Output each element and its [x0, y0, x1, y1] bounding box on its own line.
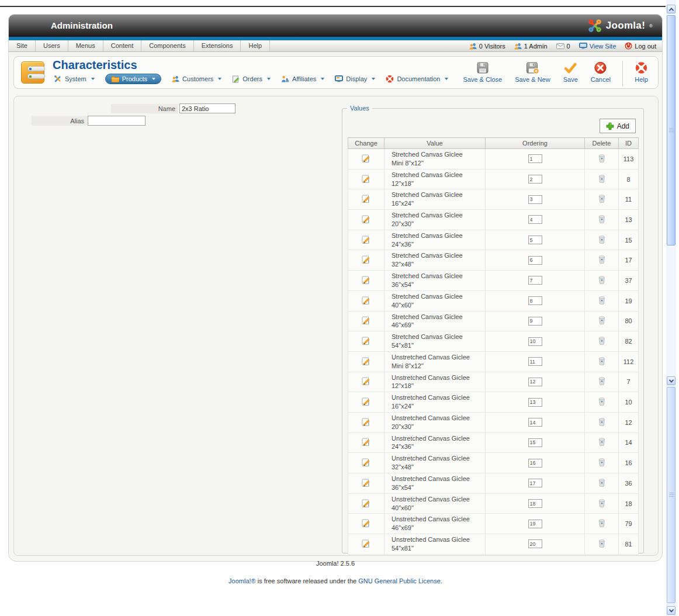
trash-icon[interactable]	[598, 276, 605, 284]
ordering-input[interactable]	[528, 337, 542, 346]
trash-icon[interactable]	[598, 438, 605, 446]
ordering-input[interactable]	[528, 438, 542, 447]
trash-icon[interactable]	[598, 215, 605, 223]
ordering-input[interactable]	[528, 276, 542, 285]
trash-icon[interactable]	[598, 357, 605, 365]
ordering-cell	[486, 372, 585, 392]
cancel-label: Cancel	[591, 76, 611, 83]
trash-icon[interactable]	[598, 175, 605, 183]
component-menu-customers[interactable]: Customers	[172, 75, 221, 82]
menu-site[interactable]: Site	[9, 40, 36, 51]
trash-icon[interactable]	[598, 458, 605, 466]
joomla-license-link[interactable]: Joomla!®	[228, 577, 256, 584]
edit-icon[interactable]	[362, 397, 370, 406]
edit-icon[interactable]	[362, 255, 370, 264]
ordering-input[interactable]	[528, 154, 542, 163]
save-button[interactable]: Save	[557, 59, 584, 83]
ordering-input[interactable]	[528, 215, 542, 224]
edit-icon[interactable]	[362, 437, 370, 447]
trash-icon[interactable]	[598, 316, 605, 324]
scrollbar[interactable]	[666, 0, 676, 616]
ordering-input[interactable]	[528, 357, 542, 366]
trash-icon[interactable]	[598, 154, 605, 162]
trash-icon[interactable]	[598, 195, 605, 203]
scroll-up-button[interactable]	[667, 5, 675, 13]
edit-icon[interactable]	[362, 235, 370, 244]
trash-icon[interactable]	[598, 539, 605, 548]
trash-icon[interactable]	[598, 377, 605, 385]
ordering-input[interactable]	[528, 378, 542, 386]
delete-cell	[585, 453, 619, 473]
value-cell: Unstretched Canvas Giclee 12"x18"	[384, 372, 486, 392]
edit-icon[interactable]	[362, 357, 370, 366]
trash-icon[interactable]	[598, 337, 605, 345]
component-menu-documentation[interactable]: Documentation	[386, 75, 448, 83]
help-button[interactable]: Help	[628, 59, 654, 83]
ordering-input[interactable]	[528, 175, 542, 184]
save-new-button[interactable]: Save & New	[508, 59, 557, 83]
edit-icon[interactable]	[362, 518, 370, 528]
ordering-input[interactable]	[528, 459, 542, 468]
ordering-input[interactable]	[528, 236, 542, 244]
trash-icon[interactable]	[598, 255, 605, 264]
ordering-input[interactable]	[528, 256, 542, 265]
trash-icon[interactable]	[598, 296, 605, 304]
ordering-input[interactable]	[528, 296, 542, 305]
cancel-button[interactable]: Cancel	[584, 59, 617, 83]
trash-icon[interactable]	[598, 236, 605, 244]
messages-status[interactable]: 0	[556, 43, 570, 50]
gpl-license-link[interactable]: GNU General Public License	[358, 577, 441, 584]
component-menu-system[interactable]: System	[54, 75, 95, 83]
menu-menus[interactable]: Menus	[68, 40, 103, 51]
view-site-link[interactable]: View Site	[579, 43, 616, 50]
edit-icon[interactable]	[362, 316, 370, 325]
edit-icon[interactable]	[362, 296, 370, 305]
trash-icon[interactable]	[598, 418, 605, 426]
scroll-down-button-bottom[interactable]	[667, 606, 675, 615]
menu-users[interactable]: Users	[36, 40, 68, 51]
edit-icon[interactable]	[362, 194, 370, 203]
scrollbar-thumb-secondary[interactable]	[667, 387, 675, 603]
scrollbar-thumb[interactable]	[667, 15, 675, 245]
logout-link[interactable]: Log out	[625, 42, 656, 50]
edit-icon[interactable]	[362, 478, 370, 487]
menu-components[interactable]: Components	[141, 40, 193, 51]
edit-icon[interactable]	[362, 275, 370, 285]
scroll-down-button[interactable]	[667, 376, 675, 385]
edit-icon[interactable]	[362, 458, 370, 467]
trash-icon[interactable]	[598, 397, 605, 406]
name-input[interactable]	[179, 103, 235, 113]
chevron-down-icon	[668, 378, 673, 382]
component-menu-display[interactable]: Display	[335, 75, 375, 82]
ordering-input[interactable]	[528, 317, 542, 326]
add-value-button[interactable]: Add	[600, 119, 636, 133]
ordering-input[interactable]	[528, 520, 542, 528]
trash-icon[interactable]	[598, 499, 605, 507]
value-cell: Stretched Canvas Giclee 16"x24"	[384, 189, 486, 210]
ordering-input[interactable]	[528, 499, 542, 508]
trash-icon[interactable]	[598, 479, 605, 487]
ordering-input[interactable]	[528, 195, 542, 204]
menu-content[interactable]: Content	[103, 40, 142, 51]
alias-input[interactable]	[88, 116, 146, 126]
component-menu-products[interactable]: Products	[105, 74, 161, 84]
trash-icon[interactable]	[598, 519, 605, 527]
edit-icon[interactable]	[362, 174, 370, 184]
save-close-button[interactable]: Save & Close	[456, 59, 508, 83]
ordering-input[interactable]	[528, 539, 542, 548]
edit-icon[interactable]	[362, 499, 370, 508]
edit-icon[interactable]	[362, 336, 370, 345]
component-menu-orders[interactable]: Orders	[232, 75, 271, 83]
edit-icon[interactable]	[362, 154, 370, 163]
ordering-input[interactable]	[528, 479, 542, 487]
edit-icon[interactable]	[362, 214, 370, 224]
ordering-input[interactable]	[528, 418, 542, 427]
ordering-cell	[486, 351, 585, 372]
edit-icon[interactable]	[362, 539, 370, 548]
edit-icon[interactable]	[362, 417, 370, 427]
menu-extensions[interactable]: Extensions	[194, 40, 241, 51]
component-menu-affiliates[interactable]: Affiliates	[281, 75, 324, 83]
ordering-input[interactable]	[528, 398, 542, 407]
edit-icon[interactable]	[362, 376, 370, 386]
menu-help[interactable]: Help	[241, 40, 270, 51]
